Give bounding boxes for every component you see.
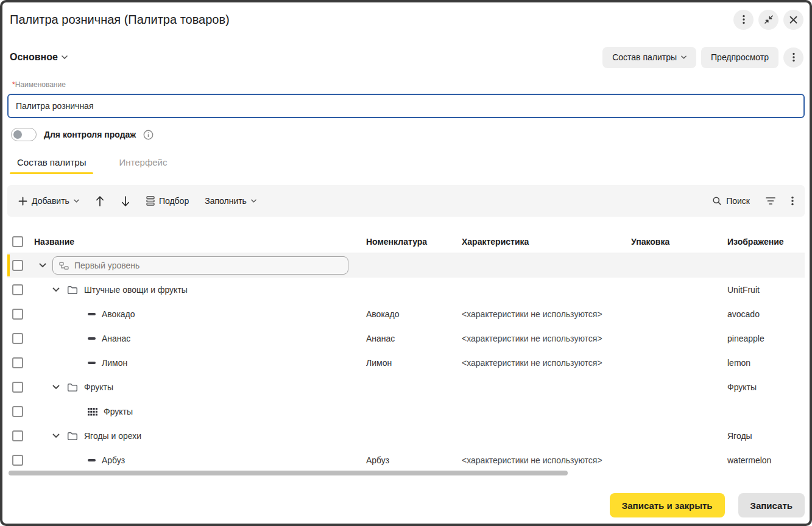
- table-row-item[interactable]: Ананас Ананас <характеристики не использ…: [7, 326, 805, 351]
- row-checkbox[interactable]: [12, 260, 23, 271]
- row-checkbox[interactable]: [12, 406, 23, 417]
- row-image: avocado: [727, 309, 805, 319]
- add-label: Добавить: [32, 196, 69, 206]
- group-icon: [59, 262, 69, 270]
- plus-icon: [18, 197, 27, 206]
- expand-chevron-icon[interactable]: [51, 286, 61, 293]
- horizontal-scrollbar[interactable]: [9, 471, 568, 475]
- fill-label: Заполнить: [205, 196, 247, 206]
- search-button[interactable]: Поиск: [712, 196, 750, 206]
- expand-chevron-icon[interactable]: [51, 432, 61, 440]
- table-row-collection[interactable]: Фрукты: [7, 399, 805, 424]
- sales-control-row: Для контроля продаж: [11, 128, 810, 141]
- table-toolbar: Добавить Подбор Заполнить: [7, 185, 805, 217]
- row-checkbox[interactable]: [12, 284, 23, 295]
- table-row-group[interactable]: Штучные овощи и фрукты UnitFruit: [7, 278, 805, 302]
- window-menu-button[interactable]: [733, 10, 754, 30]
- item-marker-icon: [88, 362, 96, 364]
- close-icon: [789, 16, 797, 24]
- palette-composition-button[interactable]: Состав палитры: [602, 47, 696, 68]
- row-nomenclature: Авокадо: [366, 309, 462, 319]
- section-label: Основное: [10, 52, 58, 63]
- add-button[interactable]: Добавить: [18, 196, 79, 206]
- preview-button[interactable]: Предпросмотр: [701, 47, 778, 68]
- more-actions-button[interactable]: [783, 47, 803, 68]
- group-name-input[interactable]: [74, 261, 342, 270]
- item-marker-icon: [88, 337, 96, 340]
- palette-table: Название Номенклатура Характеристика Упа…: [7, 230, 805, 466]
- picker-list-icon: [146, 196, 155, 206]
- chevron-down-icon: [62, 55, 68, 59]
- filter-button[interactable]: [766, 197, 775, 205]
- expand-chevron-icon[interactable]: [38, 262, 48, 269]
- name-input[interactable]: [7, 94, 805, 118]
- move-down-button[interactable]: [121, 195, 130, 207]
- fill-button[interactable]: Заполнить: [205, 196, 256, 206]
- arrow-up-icon: [95, 195, 105, 207]
- select-all-checkbox[interactable]: [12, 236, 23, 247]
- table-body: Штучные овощи и фрукты UnitFruit Авокадо…: [7, 253, 805, 466]
- chevron-down-icon: [681, 55, 687, 59]
- palette-composition-label: Состав палитры: [612, 52, 677, 62]
- row-checkbox[interactable]: [12, 430, 23, 441]
- row-image: UnitFruit: [727, 285, 805, 295]
- table-row-group[interactable]: Фрукты Фрукты: [7, 375, 805, 399]
- row-checkbox[interactable]: [12, 455, 23, 466]
- expand-chevron-icon[interactable]: [51, 384, 61, 391]
- tab-palette-composition[interactable]: Состав палитры: [10, 152, 93, 174]
- kebab-icon: [791, 196, 794, 206]
- row-name: Штучные овощи и фрукты: [84, 285, 188, 295]
- row-image: watermelon: [727, 455, 805, 465]
- row-characteristic: <характеристики не используются>: [462, 358, 631, 368]
- table-row-item[interactable]: Арбуз Арбуз <характеристики не использую…: [7, 448, 805, 466]
- window-title: Палитра розничная (Палитра товаров): [10, 13, 729, 27]
- row-characteristic: <характеристики не используются>: [462, 334, 631, 343]
- row-checkbox[interactable]: [12, 309, 23, 320]
- group-name-editor[interactable]: [52, 256, 348, 275]
- save-and-close-button[interactable]: Записать и закрыть: [610, 493, 725, 517]
- chevron-down-icon: [74, 199, 79, 203]
- collapse-icon: [764, 15, 774, 24]
- name-field-label: *Наименование: [12, 80, 810, 89]
- sales-control-toggle[interactable]: [11, 128, 37, 141]
- close-window-button[interactable]: [783, 10, 803, 30]
- table-row-item[interactable]: Авокадо Авокадо <характеристики не испол…: [7, 302, 805, 326]
- column-header-name: Название: [34, 237, 366, 247]
- folder-icon: [67, 383, 78, 392]
- tab-strip: Состав палитры Интерфейс: [10, 152, 810, 174]
- search-icon: [712, 196, 722, 206]
- row-characteristic: <характеристики не используются>: [462, 455, 631, 465]
- sub-header: Основное Состав палитры Предпросмотр: [2, 45, 810, 69]
- tab-interface[interactable]: Интерфейс: [111, 152, 174, 174]
- search-label: Поиск: [726, 196, 750, 206]
- row-checkbox[interactable]: [12, 357, 23, 368]
- table-more-button[interactable]: [791, 196, 794, 206]
- info-icon[interactable]: [143, 130, 154, 140]
- folder-icon: [67, 432, 78, 441]
- save-button[interactable]: Записать: [738, 493, 805, 517]
- row-nomenclature: Арбуз: [366, 455, 462, 465]
- chevron-down-icon: [251, 199, 256, 203]
- row-nomenclature: Ананас: [366, 334, 462, 343]
- collapse-window-button[interactable]: [758, 10, 778, 30]
- folder-icon: [67, 286, 78, 295]
- row-name: Лимон: [102, 358, 127, 368]
- row-checkbox[interactable]: [12, 382, 23, 393]
- row-image: lemon: [727, 358, 805, 368]
- table-row-item[interactable]: Лимон Лимон <характеристики не использую…: [7, 351, 805, 375]
- pick-label: Подбор: [159, 196, 189, 206]
- preview-label: Предпросмотр: [711, 52, 769, 62]
- table-row-group[interactable]: Ягоды и орехи Ягоды: [7, 424, 805, 448]
- table-row-edit[interactable]: [7, 253, 805, 278]
- kebab-icon: [793, 52, 795, 62]
- section-selector[interactable]: Основное: [10, 52, 68, 63]
- row-name: Ананас: [102, 334, 130, 343]
- row-name: Фрукты: [84, 382, 113, 392]
- toggle-knob: [13, 130, 22, 139]
- filter-icon: [766, 197, 775, 205]
- row-nomenclature: Лимон: [366, 358, 462, 368]
- row-name: Арбуз: [102, 455, 125, 465]
- row-checkbox[interactable]: [12, 333, 23, 344]
- pick-button[interactable]: Подбор: [146, 196, 189, 206]
- move-up-button[interactable]: [95, 195, 105, 207]
